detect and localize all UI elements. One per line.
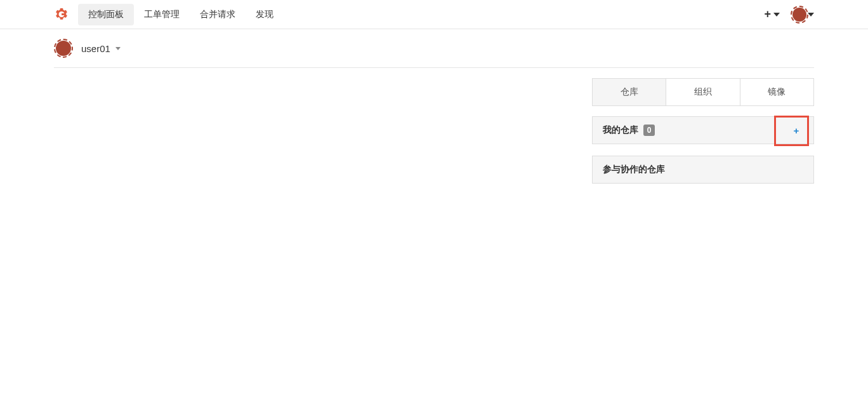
top-nav: 控制面板 工单管理 合并请求 发现 + (0, 0, 868, 29)
left-panel (54, 78, 592, 195)
main-content: 仓库 组织 镜像 我的仓库 0 + 参与协作的仓库 (54, 68, 814, 195)
nav-explore[interactable]: 发现 (246, 4, 284, 25)
caret-down-icon (773, 13, 780, 17)
caret-down-icon[interactable] (115, 47, 121, 50)
my-repos-section: 我的仓库 0 + (592, 116, 814, 144)
tab-orgs[interactable]: 组织 (666, 79, 740, 105)
plus-icon: + (764, 8, 771, 21)
nav-dashboard[interactable]: 控制面板 (78, 4, 134, 25)
username-label[interactable]: user01 (81, 43, 110, 54)
user-header: user01 (54, 29, 814, 68)
app-logo[interactable] (54, 7, 69, 22)
nav-pull-requests[interactable]: 合并请求 (190, 4, 246, 25)
caret-down-icon (808, 13, 814, 17)
add-repo-button[interactable]: + (779, 117, 813, 144)
gear-icon (54, 7, 69, 22)
nav-issues[interactable]: 工单管理 (134, 4, 190, 25)
create-dropdown[interactable]: + (764, 8, 780, 21)
nav-right: + (764, 8, 814, 22)
content-wrapper: user01 仓库 组织 镜像 我的仓库 0 + 参与协作的仓库 (0, 29, 868, 195)
avatar (792, 8, 806, 22)
my-repos-title: 我的仓库 (603, 125, 638, 136)
user-avatar[interactable] (56, 41, 71, 56)
repo-count-badge: 0 (643, 125, 655, 136)
tab-repos[interactable]: 仓库 (593, 79, 666, 105)
collab-repos-title: 参与协作的仓库 (603, 164, 665, 175)
plus-icon: + (794, 125, 799, 136)
tabs: 仓库 组织 镜像 (592, 78, 814, 106)
tab-mirrors[interactable]: 镜像 (740, 79, 813, 105)
collab-repos-section: 参与协作的仓库 (592, 156, 814, 184)
nav-items: 控制面板 工单管理 合并请求 发现 (78, 4, 284, 25)
user-menu[interactable] (792, 8, 814, 22)
right-panel: 仓库 组织 镜像 我的仓库 0 + 参与协作的仓库 (592, 78, 814, 195)
